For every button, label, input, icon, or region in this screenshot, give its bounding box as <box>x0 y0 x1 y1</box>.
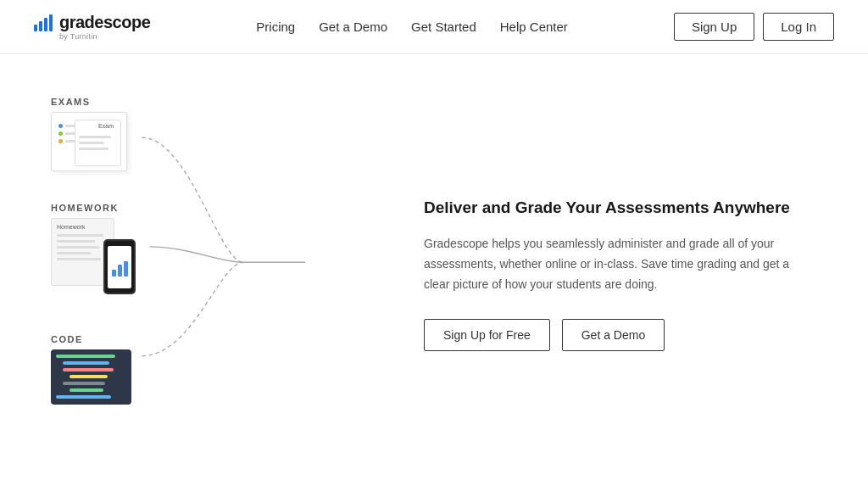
exams-card: Exam <box>51 112 127 171</box>
code-label: CODE <box>51 334 131 344</box>
diagram-panel: EXAMS <box>51 71 373 469</box>
logo-icon <box>34 14 53 31</box>
nav-get-a-demo[interactable]: Get a Demo <box>319 20 387 34</box>
section-description: Gradescope helps you seamlessly administ… <box>424 234 817 294</box>
exams-label: EXAMS <box>51 97 127 107</box>
nav-help-center[interactable]: Help Center <box>500 20 568 34</box>
exam-inner-card: Exam <box>75 120 121 166</box>
homework-section: HOMEWORK Homework <box>51 203 136 294</box>
main-nav: Pricing Get a Demo Get Started Help Cent… <box>256 20 568 34</box>
login-button[interactable]: Log In <box>763 13 834 41</box>
nav-get-started[interactable]: Get Started <box>411 20 476 34</box>
homework-label: HOMEWORK <box>51 203 136 213</box>
phone-mockup <box>103 239 136 294</box>
signup-button[interactable]: Sign Up <box>674 13 754 41</box>
homework-card: Homework <box>51 218 136 294</box>
code-section: CODE <box>51 334 131 405</box>
get-demo-button[interactable]: Get a Demo <box>562 319 665 351</box>
code-card <box>51 349 131 405</box>
cta-buttons: Sign Up for Free Get a Demo <box>424 319 817 351</box>
section-title: Deliver and Grade Your Assessments Anywh… <box>424 198 817 219</box>
phone-screen <box>108 246 131 288</box>
right-panel: Deliver and Grade Your Assessments Anywh… <box>373 71 817 469</box>
nav-buttons: Sign Up Log In <box>674 13 834 41</box>
logo-sub: by Turnitin <box>59 32 97 41</box>
exams-section: EXAMS <box>51 97 127 171</box>
logo-text: gradescope <box>59 13 150 32</box>
nav-pricing[interactable]: Pricing <box>256 20 295 34</box>
signup-free-button[interactable]: Sign Up for Free <box>424 319 550 351</box>
logo[interactable]: gradescope by Turnitin <box>34 13 150 41</box>
